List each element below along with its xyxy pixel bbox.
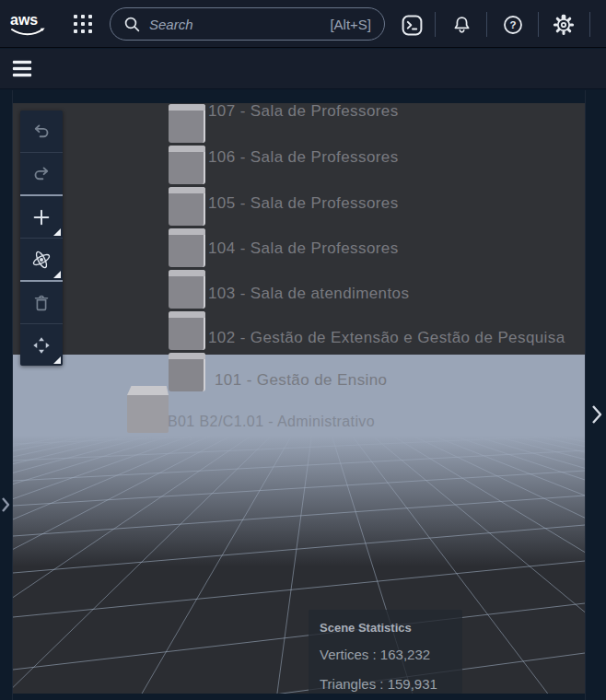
search-icon	[123, 16, 141, 33]
topbar-divider	[435, 12, 436, 37]
scene-statistics-title: Scene Statistics	[320, 621, 451, 635]
triangles-count: Triangles : 159,931	[320, 676, 437, 692]
redo-button[interactable]	[20, 153, 63, 194]
redo-icon	[31, 164, 52, 184]
submenu-corner	[53, 356, 61, 364]
floor-cube-105[interactable]	[169, 187, 205, 226]
notifications-bell-icon[interactable]	[449, 13, 473, 37]
floor-cube-101[interactable]	[169, 353, 205, 391]
floor-cube-104[interactable]	[169, 228, 205, 267]
cloudshell-icon[interactable]	[400, 13, 424, 37]
add-object-button[interactable]	[20, 196, 63, 238]
settings-gear-icon[interactable]	[552, 13, 576, 37]
service-menubar	[0, 49, 606, 89]
scene-toolbar	[20, 111, 63, 366]
undo-button[interactable]	[20, 111, 63, 152]
search-shortcut: [Alt+S]	[330, 17, 371, 32]
move-icon	[31, 335, 52, 356]
delete-button[interactable]	[20, 282, 63, 323]
camera-orbit-button[interactable]	[20, 239, 63, 280]
submenu-corner	[53, 228, 61, 236]
scene-tag-102[interactable]: 102 - Gestão de Extensão e Gestão de Pes…	[208, 328, 565, 348]
aws-logo-text: aws	[10, 12, 38, 28]
scene-statistics-panel: Scene Statistics Vertices : 163,232 Tria…	[309, 610, 462, 694]
undo-icon	[31, 122, 52, 142]
scene-tag-107[interactable]: 107 - Sala de Professores	[208, 103, 399, 122]
topbar-divider	[589, 12, 590, 37]
scene-tag-105[interactable]: 105 - Sala de Professores	[208, 193, 399, 214]
ground-cube[interactable]	[127, 394, 169, 433]
svg-text:?: ?	[509, 19, 516, 30]
plus-icon	[31, 207, 52, 228]
help-icon[interactable]: ?	[501, 13, 525, 37]
trash-icon	[31, 293, 52, 313]
search-input[interactable]: Search [Alt+S]	[110, 7, 385, 41]
scene-tag-106[interactable]: 106 - Sala de Professores	[208, 147, 399, 168]
right-panel-gutter	[585, 90, 606, 700]
floor-cube-106[interactable]	[169, 146, 205, 184]
aws-logo[interactable]: aws	[9, 11, 46, 38]
floor-cube-102[interactable]	[169, 311, 205, 350]
aws-console-topbar: aws Search [Alt+S] ?	[0, 0, 606, 48]
scene-tag-101[interactable]: 101 - Gestão de Ensino	[215, 370, 387, 391]
scene-tag-ground[interactable]: B01 B2/C1.01 - Administrativo	[168, 412, 375, 432]
orbit-icon	[30, 249, 52, 271]
open-left-panel-chevron-icon[interactable]	[1, 496, 10, 513]
topbar-divider	[486, 12, 487, 37]
left-panel-gutter	[0, 90, 13, 700]
vertices-count: Vertices : 163,232	[320, 647, 430, 662]
floor-cube-103[interactable]	[169, 270, 205, 309]
menu-hamburger-icon[interactable]	[13, 61, 31, 76]
expand-right-panel-chevron-icon[interactable]	[590, 403, 603, 426]
floor-cube-107[interactable]	[169, 104, 205, 143]
topbar-divider	[538, 12, 539, 37]
move-tool-button[interactable]	[20, 324, 63, 366]
scene-tag-103[interactable]: 103 - Sala de atendimentos	[208, 284, 409, 304]
scene-tag-104[interactable]: 104 - Sala de Professores	[208, 239, 399, 259]
scene-3d-viewport[interactable]: 107 - Sala de Professores 106 - Sala de …	[13, 103, 585, 694]
submenu-corner	[53, 271, 61, 278]
search-placeholder: Search	[149, 17, 330, 32]
apps-grid-icon[interactable]	[74, 15, 93, 34]
scene-ground-grid	[13, 103, 585, 694]
